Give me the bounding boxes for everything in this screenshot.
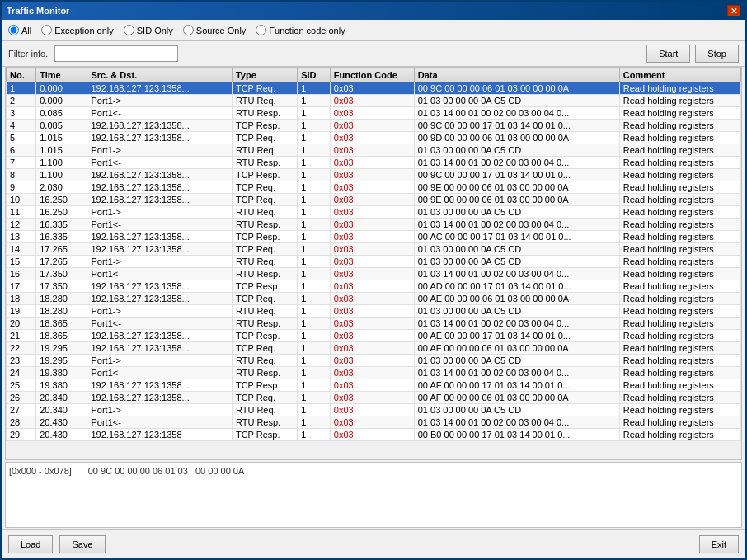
- table-row[interactable]: 1617.350Port1<-RTU Resp.10x0301 03 14 00…: [7, 268, 741, 280]
- table-row[interactable]: 1016.250192.168.127.123:1358...TCP Req.1…: [7, 194, 741, 206]
- radio-exception[interactable]: Exception only: [41, 25, 114, 35]
- cell-time: 17.265: [36, 243, 87, 256]
- cell-sid: 1: [298, 132, 331, 144]
- cell-time: 18.365: [36, 318, 87, 330]
- cell-data: 01 03 14 00 01 00 02 00 03 00 04 0...: [414, 107, 619, 120]
- cell-sid: 1: [298, 144, 331, 157]
- cell-no: 19: [7, 305, 36, 318]
- table-row[interactable]: 2519.380192.168.127.123:1358...TCP Resp.…: [7, 379, 741, 392]
- table-row[interactable]: 2118.365192.168.127.123:1358...TCP Resp.…: [7, 330, 741, 342]
- cell-no: 12: [7, 219, 36, 231]
- table-row[interactable]: 1116.250Port1->RTU Req.10x0301 03 00 00 …: [7, 206, 741, 219]
- cell-time: 0.000: [36, 82, 87, 95]
- table-row[interactable]: 1417.265192.168.127.123:1358...TCP Req.1…: [7, 243, 741, 256]
- close-button[interactable]: ✕: [727, 5, 740, 16]
- table-row[interactable]: 1316.335192.168.127.123:1358...TCP Resp.…: [7, 231, 741, 243]
- cell-no: 5: [7, 132, 36, 144]
- cell-no: 16: [7, 268, 36, 280]
- cell-type: RTU Resp.: [232, 219, 297, 231]
- table-row[interactable]: 2319.295Port1->RTU Req.10x0301 03 00 00 …: [7, 355, 741, 367]
- traffic-table-container: No. Time Src. & Dst. Type SID Function C…: [5, 67, 742, 460]
- cell-comment: Read holding registers: [619, 305, 740, 318]
- detail-address: [0x000 - 0x078]: [9, 466, 72, 476]
- cell-src: Port1->: [87, 355, 232, 367]
- cell-data: 01 03 00 00 00 0A C5 CD: [414, 144, 619, 157]
- cell-type: TCP Resp.: [232, 231, 297, 243]
- cell-data: 00 9D 00 00 00 06 01 03 00 00 00 0A: [414, 132, 619, 144]
- cell-time: 19.380: [36, 379, 87, 392]
- table-row[interactable]: 1717.350192.168.127.123:1358...TCP Resp.…: [7, 280, 741, 293]
- filter-input[interactable]: [54, 45, 178, 62]
- cell-fc: 0x03: [330, 416, 414, 429]
- cell-data: 00 B0 00 00 00 17 01 03 14 00 01 0...: [414, 429, 619, 441]
- col-type: Type: [232, 68, 297, 82]
- cell-no: 25: [7, 379, 36, 392]
- cell-time: 0.085: [36, 107, 87, 120]
- table-row[interactable]: 81.100192.168.127.123:1358...TCP Resp.10…: [7, 169, 741, 181]
- table-row[interactable]: 51.015192.168.127.123:1358...TCP Req.10x…: [7, 132, 741, 144]
- cell-sid: 1: [298, 342, 331, 355]
- col-fc: Function Code: [330, 68, 414, 82]
- col-src: Src. & Dst.: [87, 68, 232, 82]
- cell-time: 17.350: [36, 268, 87, 280]
- radio-function[interactable]: Function code only: [256, 25, 345, 35]
- cell-src: Port1<-: [87, 268, 232, 280]
- table-row[interactable]: 2820.430Port1<-RTU Resp.10x0301 03 14 00…: [7, 416, 741, 429]
- radio-sid[interactable]: SID Only: [124, 25, 173, 35]
- cell-src: 192.168.127.123:1358...: [87, 243, 232, 256]
- table-row[interactable]: 71.100Port1<-RTU Resp.10x0301 03 14 00 0…: [7, 157, 741, 169]
- cell-no: 10: [7, 194, 36, 206]
- table-row[interactable]: 2219.295192.168.127.123:1358...TCP Req.1…: [7, 342, 741, 355]
- table-row[interactable]: 30.085Port1<-RTU Resp.10x0301 03 14 00 0…: [7, 107, 741, 120]
- cell-sid: 1: [298, 280, 331, 293]
- cell-data: 01 03 00 00 00 0A C5 CD: [414, 243, 619, 256]
- load-button[interactable]: Load: [8, 535, 53, 553]
- exit-button[interactable]: Exit: [699, 535, 739, 553]
- table-row[interactable]: 20.000Port1->RTU Req.10x0301 03 00 00 00…: [7, 95, 741, 107]
- cell-fc: 0x03: [330, 181, 414, 194]
- save-button[interactable]: Save: [59, 535, 105, 553]
- table-row[interactable]: 92.030192.168.127.123:1358...TCP Req.10x…: [7, 181, 741, 194]
- table-row[interactable]: 2620.340192.168.127.123:1358...TCP Req.1…: [7, 392, 741, 404]
- cell-no: 1: [7, 82, 36, 95]
- table-row[interactable]: 2920.430192.168.127.123:1358TCP Resp.10x…: [7, 429, 741, 441]
- cell-type: TCP Resp.: [232, 429, 297, 441]
- radio-all[interactable]: All: [8, 25, 31, 35]
- cell-data: 01 03 00 00 00 0A C5 CD: [414, 305, 619, 318]
- cell-time: 1.015: [36, 132, 87, 144]
- cell-no: 28: [7, 416, 36, 429]
- cell-src: 192.168.127.123:1358...: [87, 379, 232, 392]
- table-row[interactable]: 2419.380Port1<-RTU Resp.10x0301 03 14 00…: [7, 367, 741, 379]
- table-row[interactable]: 40.085192.168.127.123:1358...TCP Resp.10…: [7, 120, 741, 132]
- cell-type: TCP Resp.: [232, 169, 297, 181]
- table-row[interactable]: 1918.280Port1->RTU Req.10x0301 03 00 00 …: [7, 305, 741, 318]
- table-row[interactable]: 2018.365Port1<-RTU Resp.10x0301 03 14 00…: [7, 318, 741, 330]
- radio-source[interactable]: Source Only: [183, 25, 247, 35]
- cell-comment: Read holding registers: [619, 256, 740, 268]
- cell-src: Port1->: [87, 256, 232, 268]
- cell-time: 1.100: [36, 169, 87, 181]
- table-row[interactable]: 61.015Port1->RTU Req.10x0301 03 00 00 00…: [7, 144, 741, 157]
- cell-type: RTU Req.: [232, 144, 297, 157]
- filter-radio-group: All Exception only SID Only Source Only …: [8, 25, 345, 35]
- cell-comment: Read holding registers: [619, 280, 740, 293]
- table-row[interactable]: 1818.280192.168.127.123:1358...TCP Req.1…: [7, 293, 741, 305]
- table-row[interactable]: 1517.265Port1->RTU Req.10x0301 03 00 00 …: [7, 256, 741, 268]
- cell-fc: 0x03: [330, 404, 414, 416]
- cell-fc: 0x03: [330, 206, 414, 219]
- table-wrapper[interactable]: No. Time Src. & Dst. Type SID Function C…: [6, 68, 741, 459]
- bottom-bar: Load Save Exit: [2, 529, 745, 558]
- cell-fc: 0x03: [330, 330, 414, 342]
- cell-src: Port1->: [87, 206, 232, 219]
- cell-fc: 0x03: [330, 144, 414, 157]
- cell-fc: 0x03: [330, 305, 414, 318]
- cell-fc: 0x03: [330, 219, 414, 231]
- cell-data: 00 AC 00 00 00 17 01 03 14 00 01 0...: [414, 231, 619, 243]
- cell-type: RTU Resp.: [232, 367, 297, 379]
- table-row[interactable]: 2720.340Port1->RTU Req.10x0301 03 00 00 …: [7, 404, 741, 416]
- stop-button[interactable]: Stop: [695, 45, 739, 63]
- detail-panel: [0x000 - 0x078] 00 9C 00 00 00 06 01 03 …: [5, 462, 742, 528]
- table-row[interactable]: 10.000192.168.127.123:1358...TCP Req.10x…: [7, 82, 741, 95]
- table-row[interactable]: 1216.335Port1<-RTU Resp.10x0301 03 14 00…: [7, 219, 741, 231]
- start-button[interactable]: Start: [646, 45, 690, 63]
